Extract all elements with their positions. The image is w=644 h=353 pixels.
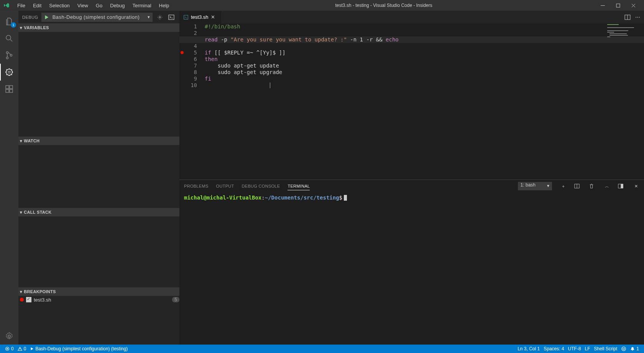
breakpoint-row[interactable]: test3.sh 5 [18, 296, 179, 304]
svg-rect-19 [607, 32, 614, 33]
activity-bar: 1 [0, 11, 18, 345]
twistie-down-icon: ▾ [20, 139, 22, 144]
split-editor-icon[interactable] [624, 14, 631, 20]
menu-terminal[interactable]: Terminal [129, 1, 154, 10]
debug-sidebar: DEBUG Bash-Debug (simplest configuration… [18, 11, 179, 345]
terminal-text: : [261, 195, 264, 201]
menu-help[interactable]: Help [156, 1, 173, 10]
debug-console-toggle-icon[interactable] [167, 14, 176, 20]
panel-tabs: PROBLEMS OUTPUT DEBUG CONSOLE TERMINAL 1… [179, 180, 644, 192]
editor-tab-test3[interactable]: test3.sh ✕ [179, 11, 222, 23]
new-terminal-icon[interactable]: ＋ [560, 183, 567, 189]
configure-debug-icon[interactable] [156, 14, 164, 20]
debug-config-name: Bash-Debug (simplest configuration) [51, 14, 145, 20]
editor[interactable]: 1 2 3 4 5 6 7 8 9 10 #!/bin/bash read -p… [179, 23, 644, 180]
svg-point-28 [623, 348, 623, 348]
callstack-section: ▾ CALL STACK [18, 208, 179, 287]
line-number: 4 [185, 43, 197, 49]
maximize-button[interactable] [610, 0, 626, 11]
svg-rect-21 [610, 35, 628, 36]
source-control-icon[interactable] [0, 47, 18, 64]
code-token: sudo apt-get upgrade [205, 69, 282, 75]
menu-view[interactable]: View [74, 1, 92, 10]
code-token: -p [218, 36, 231, 43]
line-number-gutter: 1 2 3 4 5 6 7 8 9 10 [185, 23, 202, 180]
editor-area: test3.sh ✕ ⋯ 1 2 3 4 5 [179, 11, 644, 345]
callstack-header[interactable]: ▾ CALL STACK [18, 208, 179, 216]
warnings-count: 0 [24, 346, 26, 351]
panel-position-icon[interactable] [618, 183, 625, 189]
extensions-icon[interactable] [0, 81, 18, 97]
settings-gear-icon[interactable] [0, 328, 18, 345]
status-feedback-icon[interactable] [619, 345, 628, 353]
svg-point-2 [6, 35, 11, 40]
code-token: then [205, 56, 218, 62]
status-errors[interactable]: 0 [3, 345, 16, 353]
menu-selection[interactable]: Selection [46, 1, 73, 10]
minimap[interactable] [606, 23, 644, 180]
kill-terminal-icon[interactable] [589, 183, 596, 189]
svg-point-11 [8, 335, 10, 337]
breakpoints-header[interactable]: ▾ BREAKPOINTS [18, 287, 179, 296]
menu-file[interactable]: File [14, 1, 29, 10]
explorer-badge: 1 [11, 22, 16, 28]
close-panel-icon[interactable]: ✕ [632, 184, 639, 189]
watch-section: ▾ WATCH [18, 137, 179, 208]
tab-close-icon[interactable]: ✕ [211, 14, 215, 20]
status-encoding[interactable]: UTF-8 [566, 345, 583, 353]
window-controls [595, 0, 641, 11]
debug-config-select[interactable]: Bash-Debug (simplest configuration) ▾ [41, 13, 153, 22]
svg-rect-25 [621, 184, 623, 188]
svg-rect-14 [184, 15, 188, 19]
breakpoint-file: test3.sh [34, 297, 51, 303]
minimize-button[interactable] [595, 0, 610, 11]
line-number: 10 [185, 82, 197, 89]
watch-header[interactable]: ▾ WATCH [18, 137, 179, 145]
panel-tab-terminal[interactable]: TERMINAL [288, 182, 310, 190]
terminal-select[interactable]: 1: bash [518, 182, 552, 190]
code-token: echo [386, 36, 399, 43]
line-number: 9 [185, 76, 197, 82]
code-token: read [205, 36, 218, 43]
svg-rect-17 [607, 27, 634, 28]
status-eol[interactable]: LF [583, 345, 592, 353]
line-number: 7 [185, 63, 197, 69]
panel-tab-problems[interactable]: PROBLEMS [184, 182, 209, 190]
line-number: 2 [185, 30, 197, 36]
panel-up-icon[interactable]: ︿ [603, 183, 610, 189]
menu-go[interactable]: Go [92, 1, 106, 10]
variables-label: VARIABLES [24, 25, 49, 30]
panel-tab-output[interactable]: OUTPUT [216, 182, 234, 190]
menu-debug[interactable]: Debug [107, 1, 128, 10]
status-debug-target[interactable]: Bash-Debug (simplest configuration) (tes… [28, 345, 130, 353]
status-language[interactable]: Shell Script [592, 345, 619, 353]
split-terminal-icon[interactable] [574, 183, 581, 189]
status-warnings[interactable]: 0 [16, 345, 28, 353]
breakpoint-gutter[interactable] [179, 23, 185, 180]
code-content[interactable]: #!/bin/bash read -p "Are you sure you wa… [202, 23, 644, 180]
svg-point-4 [7, 57, 8, 59]
variables-header[interactable]: ▾ VARIABLES [18, 23, 179, 32]
chevron-down-icon[interactable]: ▾ [145, 15, 152, 20]
terminal[interactable]: michal@michal-VirtualBox:~/Documents/src… [179, 192, 644, 345]
status-notifications-icon[interactable]: 1 [628, 345, 641, 353]
twistie-down-icon: ▾ [20, 25, 22, 30]
panel-tab-debug-console[interactable]: DEBUG CONSOLE [242, 182, 280, 190]
breakpoint-line: 5 [172, 297, 179, 302]
watch-label: WATCH [24, 139, 39, 143]
editor-tab-actions: ⋯ [624, 11, 644, 23]
start-debug-icon[interactable] [42, 15, 51, 20]
breakpoint-dot-icon[interactable] [181, 51, 184, 54]
breakpoint-checkbox[interactable] [26, 297, 31, 302]
status-indent[interactable]: Spaces: 4 [542, 345, 566, 353]
debug-icon[interactable] [0, 64, 18, 81]
svg-rect-7 [6, 86, 9, 89]
more-actions-icon[interactable]: ⋯ [635, 14, 640, 20]
explorer-icon[interactable]: 1 [0, 13, 18, 30]
close-button[interactable] [626, 0, 641, 11]
status-ln-col[interactable]: Ln 3, Col 1 [516, 345, 542, 353]
editor-tab-label: test3.sh [191, 14, 209, 20]
search-icon[interactable] [0, 30, 18, 47]
terminal-text: $ [339, 195, 342, 201]
menu-edit[interactable]: Edit [30, 1, 45, 10]
